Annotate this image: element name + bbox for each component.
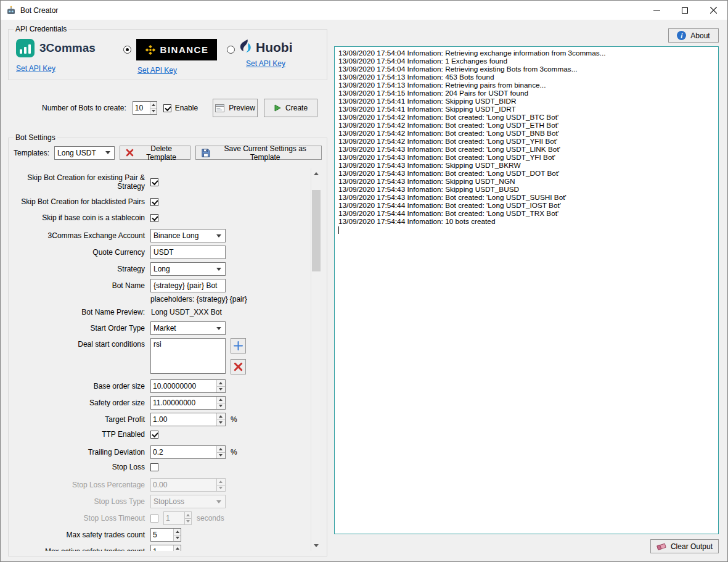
bot-name-placeholders-hint: placeholders: {strategy} {pair} <box>150 295 247 304</box>
skip-existing-checkbox[interactable] <box>150 178 158 186</box>
remove-condition-button[interactable] <box>231 359 246 374</box>
up-arrow[interactable] <box>216 397 225 403</box>
settings-form: Skip Bot Creation for existing Pair & St… <box>14 173 303 551</box>
bots-count-down-arrow[interactable] <box>150 109 157 115</box>
clear-output-button[interactable]: Clear Output <box>650 539 719 553</box>
settings-scrollbar[interactable] <box>311 168 321 551</box>
stop-loss-type-dropdown: StopLoss <box>150 495 226 508</box>
bot-settings-title: Bot Settings <box>14 133 57 142</box>
up-arrow[interactable] <box>173 529 181 535</box>
red-x-icon <box>234 362 243 371</box>
target-profit-label: Target Profit <box>14 415 150 424</box>
templates-dropdown[interactable]: Long USDT <box>54 146 115 160</box>
enable-checkbox[interactable] <box>163 104 171 112</box>
skip-stablecoin-checkbox[interactable] <box>150 214 158 222</box>
down-arrow[interactable] <box>173 535 181 542</box>
target-profit-input[interactable] <box>151 413 216 426</box>
down-arrow[interactable] <box>216 420 225 426</box>
threecommas-set-api-key-link[interactable]: Set API Key <box>16 64 55 73</box>
bot-name-preview-label: Bot Name Preview: <box>14 308 150 316</box>
trailing-deviation-label: Trailing Deviation <box>14 448 150 457</box>
enable-checkbox-group[interactable]: Enable <box>163 104 198 112</box>
safety-order-size-stepper[interactable] <box>150 396 226 410</box>
create-play-icon <box>274 104 281 112</box>
bots-count-input[interactable] <box>133 102 150 114</box>
bot-name-input[interactable] <box>150 279 226 292</box>
bots-count-label: Number of Bots to create: <box>42 104 126 112</box>
create-button[interactable]: Create <box>264 99 317 117</box>
strategy-dropdown[interactable]: Long <box>150 262 226 276</box>
scrollbar-down-arrow[interactable] <box>311 540 321 551</box>
max-active-safety-trades-stepper[interactable] <box>150 545 181 551</box>
delete-template-button[interactable]: Delete Template <box>120 146 190 160</box>
start-order-type-dropdown[interactable]: Market <box>150 321 226 335</box>
bots-count-up-arrow[interactable] <box>150 102 157 109</box>
max-safety-trades-input[interactable] <box>151 529 173 541</box>
max-active-safety-trades-row: Max active safety trades count <box>14 545 303 551</box>
trailing-deviation-stepper[interactable] <box>150 445 226 459</box>
bot-name-row: Bot Name <box>14 279 303 292</box>
huobi-logo-text: Huobi <box>256 40 292 55</box>
max-active-safety-trades-label: Max active safety trades count <box>14 547 150 551</box>
scrollbar-thumb[interactable] <box>312 190 321 271</box>
chevron-down-icon <box>105 151 110 154</box>
add-condition-button[interactable] <box>231 338 246 353</box>
bots-count-stepper[interactable] <box>133 101 157 115</box>
maximize-button[interactable] <box>671 1 699 20</box>
close-button[interactable] <box>699 1 727 20</box>
chevron-down-icon <box>216 500 221 503</box>
stop-loss-percentage-input <box>151 479 216 491</box>
scrollbar-track[interactable] <box>311 179 321 540</box>
deal-start-conditions-row: Deal start conditions rsi <box>14 338 303 374</box>
titlebar-left: Bot Creator <box>1 6 58 15</box>
up-arrow[interactable] <box>216 446 225 453</box>
skip-existing-label: Skip Bot Creation for existing Pair & St… <box>14 173 150 191</box>
scrollbar-up-arrow[interactable] <box>311 168 321 179</box>
stop-loss-percentage-row: Stop Loss Percentage <box>14 478 303 492</box>
up-arrow[interactable] <box>173 545 181 551</box>
skip-blacklisted-checkbox[interactable] <box>150 198 158 206</box>
base-order-size-stepper[interactable] <box>150 379 226 393</box>
delete-template-red-x-icon <box>126 149 134 157</box>
about-button-label: About <box>690 31 710 40</box>
huobi-radio[interactable] <box>227 46 235 54</box>
huobi-logo: Huobi <box>240 39 292 55</box>
binance-column: BINANCE Set API Key <box>136 39 217 75</box>
skip-blacklisted-label: Skip Bot Creation for blacklisted Pairs <box>14 197 150 206</box>
down-arrow <box>184 519 191 525</box>
stop-loss-percentage-stepper <box>150 478 226 492</box>
max-active-safety-trades-input[interactable] <box>151 545 173 551</box>
exchange-account-dropdown[interactable]: Binance Long <box>150 229 226 242</box>
quote-currency-input[interactable] <box>150 246 226 259</box>
base-order-size-input[interactable] <box>151 380 216 392</box>
chevron-down-icon <box>216 327 221 330</box>
max-safety-trades-stepper[interactable] <box>150 528 181 542</box>
huobi-flame-icon <box>240 39 253 55</box>
target-profit-stepper[interactable] <box>150 413 226 426</box>
up-arrow[interactable] <box>216 380 225 387</box>
binance-radio[interactable] <box>123 46 131 54</box>
save-template-button[interactable]: Save Current Settings as Template <box>195 146 322 160</box>
trailing-deviation-input[interactable] <box>151 446 216 458</box>
huobi-set-api-key-link[interactable]: Set API Key <box>246 59 285 68</box>
minimize-button[interactable] <box>642 1 671 20</box>
log-output[interactable]: 13/09/2020 17:54:04 Infomation: Retrievi… <box>334 46 719 534</box>
maximize-icon <box>682 7 688 14</box>
down-arrow[interactable] <box>216 403 225 410</box>
down-arrow[interactable] <box>216 453 225 459</box>
eraser-icon <box>656 542 666 551</box>
safety-order-size-input[interactable] <box>151 397 216 409</box>
ttp-enabled-checkbox[interactable] <box>150 431 158 439</box>
templates-label: Templates: <box>14 149 49 157</box>
up-arrow[interactable] <box>216 413 225 420</box>
binance-set-api-key-link[interactable]: Set API Key <box>137 66 177 75</box>
binance-logo: BINANCE <box>136 39 217 60</box>
about-button[interactable]: About <box>668 28 719 43</box>
down-arrow[interactable] <box>216 387 225 393</box>
skip-stablecoin-label: Skip if base coin is a stablecoin <box>14 213 150 222</box>
preview-button[interactable]: Preview <box>213 99 258 117</box>
deal-start-conditions-input[interactable]: rsi <box>150 338 226 374</box>
api-credentials-title: API Credentials <box>14 25 68 33</box>
huobi-column: Huobi Set API Key <box>240 39 292 68</box>
stop-loss-checkbox[interactable] <box>150 463 158 471</box>
